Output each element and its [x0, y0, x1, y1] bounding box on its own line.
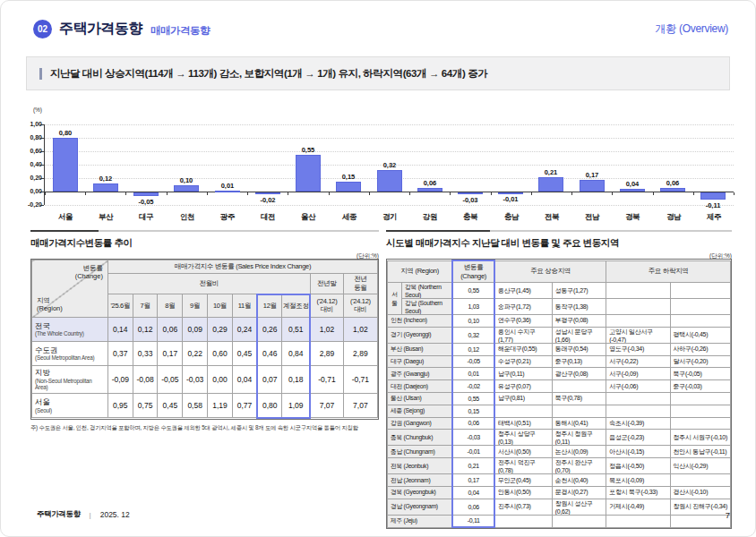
- value-cell: 0,07: [257, 366, 282, 394]
- falling-area-cell: [670, 474, 730, 487]
- rising-area-cell: 중구(0,13): [552, 355, 606, 368]
- regional-change-bar-chart: (%) 0,80서울0,12부산-0,05대구0,10인천0,01광주-0,02…: [19, 107, 734, 223]
- month-header: 계절조정: [282, 294, 310, 318]
- change-value-cell: -0,05: [452, 355, 494, 368]
- diag-change-label: 변동률 (Change): [75, 264, 103, 280]
- overview-link[interactable]: 개황 (Overview): [656, 21, 728, 37]
- left-table-unit: (단위:%): [357, 252, 379, 260]
- rising-area-cell: 성동구(1,27): [552, 283, 606, 299]
- bar-value-label: 0,06: [412, 179, 448, 187]
- table-row: 서울(Seoul)0,950,750,450,581,190,770,801,0…: [32, 394, 378, 418]
- rising-area-cell: 동작구(1,38): [552, 299, 606, 315]
- region-cell: 경기 (Gyeonggi): [388, 327, 453, 343]
- change-value-cell: -0,02: [452, 380, 494, 393]
- x-tick-mark: [288, 192, 288, 195]
- falling-area-cell: [670, 405, 730, 417]
- bar-value-label: 0,55: [290, 146, 326, 154]
- rising-area-cell: 전주시 완산구(0,70): [552, 458, 606, 474]
- change-value-cell: 0,12: [452, 343, 494, 355]
- region-cell: 광주 (Gwangju): [388, 368, 453, 380]
- value-cell: 0,14: [107, 318, 133, 342]
- bar-value-label: 0,32: [372, 161, 408, 169]
- chart-bar: [620, 189, 645, 192]
- gridline: [45, 138, 734, 139]
- bar-value-label: 0,01: [210, 182, 245, 190]
- table-row: 강원 (Gangwon)0,06태백시(0,51)동해시(0,41)속초시(-0…: [388, 417, 731, 430]
- page-header: 02 주택가격동향 매매가격동향 개황 (Overview): [33, 20, 728, 38]
- value-cell: -0,71: [343, 366, 377, 394]
- chart-bar: [133, 192, 159, 196]
- x-category-label: 경기: [369, 212, 410, 223]
- rising-area-cell: 문경시(0,27): [552, 486, 606, 499]
- change-header: 변동률 (Change): [452, 260, 494, 283]
- table-footnote: 주) 수도권은 서울, 인천, 경기지역을 포함하며, 지방은 수도권을 제외한…: [30, 424, 379, 432]
- up-areas-header: 주요 상승지역: [494, 260, 606, 283]
- summary-box: 지난달 대비 상승지역(114개 → 113개) 감소, 보합지역(1개 → 1…: [26, 56, 730, 90]
- region-name-en: (Seoul Metropolitan Area): [35, 354, 105, 362]
- bar-value-label: -0,01: [493, 195, 528, 203]
- bar-value-label: 0,04: [614, 180, 650, 188]
- value-cell: 2,89: [310, 342, 343, 366]
- falling-area-cell: 목포시(-0,09): [606, 474, 670, 487]
- bar-value-label: 0,17: [574, 171, 610, 179]
- region-name-en: (Non-Seoul Metropolitan Area): [35, 378, 105, 392]
- summary-marker: [39, 68, 42, 80]
- falling-area-cell: 아산시(-0,15): [606, 446, 670, 458]
- falling-area-cell: 영도구(-0,34): [606, 343, 670, 355]
- month-header: '25.6월: [107, 294, 133, 318]
- rising-area-cell: 전주시 덕진구(0,78): [494, 458, 552, 474]
- value-cell: 0,09: [183, 318, 208, 342]
- value-cell: 0,46: [257, 342, 282, 366]
- table-row: 전북 (Jeonbuk)0,21전주시 덕진구(0,78)전주시 완산구(0,7…: [388, 458, 731, 474]
- falling-area-cell: 평택시(-0,45): [670, 327, 730, 343]
- region-cell: 대전 (Daejeon): [388, 380, 453, 393]
- summary-text: 지난달 대비 상승지역(114개 → 113개) 감소, 보합지역(1개 → 1…: [50, 67, 487, 81]
- rising-area-cell: 용인시 수지구(1,77): [494, 327, 552, 343]
- rising-area-cell: 해운대구(0,55): [494, 343, 552, 355]
- x-tick-mark: [207, 192, 208, 195]
- page-footer: 주택가격동향 | 2025. 12 7: [37, 509, 730, 520]
- rising-area-cell: 남구(0,81): [494, 392, 552, 405]
- month-header: 7월: [133, 294, 158, 318]
- falling-area-cell: [670, 299, 730, 315]
- region-cell: 서울(Seoul): [32, 394, 108, 418]
- x-tick-mark: [45, 192, 46, 195]
- right-table-title: 시도별 매매가격지수 지난달 대비 변동률 및 주요 변동지역: [386, 237, 732, 250]
- region-group-cell: 서울: [388, 283, 402, 315]
- falling-area-cell: [606, 405, 670, 417]
- gridline: [45, 124, 734, 125]
- region-header: 지역 (Region): [388, 260, 453, 283]
- month-header: 11월: [232, 294, 257, 318]
- month-header: 12월: [257, 294, 282, 318]
- rising-area-cell: 동해시(0,41): [552, 417, 606, 430]
- region-cell: 충북 (Chungbuk): [388, 430, 453, 446]
- rising-area-cell: 청주시 청원구(0,11): [552, 430, 606, 446]
- value-cell: -0,03: [183, 366, 208, 394]
- falling-area-cell: [606, 392, 670, 405]
- y-tick-label: 0,20: [19, 175, 42, 181]
- value-cell: 0,24: [232, 318, 257, 342]
- section-divider: [386, 230, 732, 232]
- bar-value-label: -0,11: [695, 201, 731, 209]
- value-cell: 0,04: [232, 366, 257, 394]
- x-tick-mark: [531, 192, 532, 195]
- value-cell: 0,80: [257, 394, 282, 418]
- region-cell: 인천 (Incheon): [388, 315, 453, 328]
- falling-area-cell: 사하구(-0,26): [670, 343, 730, 355]
- y-tick-label: 0,80: [19, 134, 42, 141]
- region-name: 지방: [35, 368, 105, 378]
- falling-area-cell: [606, 315, 670, 328]
- table-row: 부산 (Busan)0,12해운대구(0,55)동래구(0,54)영도구(-0,…: [388, 343, 731, 355]
- change-value-cell: 1,03: [452, 299, 494, 315]
- change-value-cell: 0,21: [452, 458, 494, 474]
- x-category-label: 충남: [491, 212, 532, 223]
- chart-bar: [417, 188, 442, 192]
- x-tick-mark: [125, 192, 126, 195]
- value-cell: 2,89: [343, 342, 377, 366]
- table-row: 광주 (Gwangju)0,01남구(0,11)광산구(0,08)서구(-0,0…: [388, 368, 731, 380]
- x-category-label: 전남: [571, 212, 613, 223]
- value-cell: 0,84: [282, 342, 310, 366]
- chart-bar: [336, 182, 361, 192]
- chart-unit-label: (%): [19, 107, 42, 113]
- rising-area-cell: 용산구(1,45): [494, 283, 552, 299]
